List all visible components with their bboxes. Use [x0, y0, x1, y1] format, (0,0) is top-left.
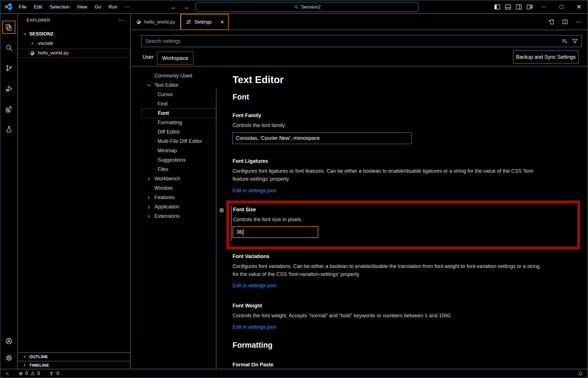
notifications-bell-icon[interactable]	[578, 371, 583, 376]
radio-tower-icon[interactable]	[49, 371, 54, 376]
command-center-search[interactable]: Session2	[196, 2, 419, 12]
toc-diff-editor[interactable]: Diff Editor	[141, 127, 216, 137]
explorer-sidebar: EXPLORER ⋯ SESSION2 .vscode hello_world.…	[17, 14, 131, 369]
font-ligatures-edit-settings-link[interactable]: Edit in settings.json	[233, 188, 277, 194]
toc-multi-file-diff-editor[interactable]: Multi-File Diff Editor	[141, 137, 216, 146]
toc-application[interactable]: Application	[141, 202, 216, 212]
error-count[interactable]: 0	[25, 371, 28, 376]
scope-tab-workspace[interactable]: Workspace	[157, 52, 193, 65]
maximize-button[interactable]	[553, 0, 570, 14]
toggle-secondary-sidebar-icon[interactable]	[513, 0, 524, 14]
activity-source-control-icon[interactable]	[2, 62, 15, 75]
toc-files[interactable]: Files	[141, 165, 216, 174]
toc-commonly-used[interactable]: Commonly Used	[141, 71, 216, 81]
explorer-more-actions-icon[interactable]: ⋯	[118, 17, 124, 24]
toc-suggestions[interactable]: Suggestions	[141, 155, 216, 165]
menu-file[interactable]: File	[15, 0, 30, 14]
editor-more-actions-icon[interactable]: ⋯	[575, 18, 582, 26]
accounts-icon[interactable]	[2, 334, 15, 347]
explorer-title: EXPLORER	[27, 18, 50, 22]
font-weight-edit-settings-link[interactable]: Edit in settings.json	[233, 324, 277, 330]
close-button[interactable]: ×	[570, 0, 588, 14]
chevron-right-icon	[147, 196, 151, 200]
setting-gear-icon[interactable]	[219, 207, 225, 213]
font-family-input[interactable]	[232, 132, 412, 144]
font-size-description: Controls the font size in pixels.	[233, 217, 302, 223]
warning-icon[interactable]: ⚠	[30, 371, 35, 377]
chevron-down-icon	[23, 32, 27, 36]
chevron-right-icon	[30, 41, 34, 45]
menu-more[interactable]: ⋯	[121, 0, 133, 14]
status-left: ⊗ 0 ⚠ 0 0	[0, 371, 59, 377]
scope-tab-user[interactable]: User	[143, 54, 154, 60]
warning-count[interactable]: 0	[37, 371, 40, 376]
file-label: hello_world.py	[38, 50, 69, 56]
ports-count[interactable]: 0	[57, 371, 59, 376]
titlebar-controls: ×	[492, 0, 588, 14]
toc-extensions[interactable]: Extensions	[141, 212, 216, 221]
page-title: Text Editor	[233, 74, 284, 85]
toc-cursor[interactable]: Cursor	[141, 90, 216, 99]
timeline-section[interactable]: TIMELINE	[18, 361, 130, 369]
tab-close-icon[interactable]: ×	[220, 19, 224, 25]
toc-minimap[interactable]: Minimap	[141, 146, 216, 155]
toc-formatting[interactable]: Formatting	[141, 118, 216, 127]
chevron-right-icon	[23, 363, 26, 367]
error-icon[interactable]: ⊗	[19, 371, 23, 377]
activity-extensions-icon[interactable]	[2, 102, 15, 115]
minimize-icon	[542, 7, 546, 7]
chevron-right-icon	[147, 177, 151, 181]
font-size-input[interactable]: 36	[233, 226, 318, 238]
editor-actions: ⋯	[548, 14, 588, 30]
menu-go[interactable]: Go	[91, 0, 105, 14]
toc-text-editor[interactable]: Text Editor	[141, 81, 216, 90]
settings-search-input[interactable]	[141, 35, 562, 47]
section-heading-font: Font	[233, 93, 249, 102]
toc-font[interactable]: Font	[141, 109, 216, 118]
font-variations-edit-settings-link[interactable]: Edit in settings.json	[233, 283, 277, 289]
activity-run-debug-icon[interactable]	[2, 82, 15, 95]
menu-run[interactable]: Run	[105, 0, 121, 14]
menu-edit[interactable]: Edit	[30, 0, 46, 14]
tab-settings[interactable]: Settings ×	[181, 14, 229, 30]
section-heading-formatting: Formatting	[233, 341, 273, 350]
toc-find[interactable]: Find	[141, 99, 216, 109]
remote-indicator-icon[interactable]	[5, 371, 10, 376]
title-bar: File Edit Selection View Go Run ⋯ ← → Se…	[0, 0, 588, 14]
customize-layout-icon[interactable]	[524, 0, 535, 14]
font-size-value: 36	[237, 229, 242, 235]
nav-forward-icon[interactable]: →	[183, 0, 189, 14]
activity-search-icon[interactable]	[2, 41, 15, 54]
filter-settings-icon[interactable]	[572, 38, 578, 44]
text-cursor	[243, 229, 243, 235]
toc-features[interactable]: Features	[141, 193, 216, 202]
clear-settings-search-icon[interactable]	[562, 38, 568, 44]
toc-window[interactable]: Window	[141, 183, 216, 193]
toggle-primary-sidebar-icon[interactable]	[492, 0, 503, 14]
activity-testing-icon[interactable]	[2, 123, 15, 136]
nav-back-icon[interactable]: ←	[171, 0, 177, 14]
open-changes-icon[interactable]	[548, 18, 555, 25]
font-ligatures-description: Configures font ligatures or font featur…	[233, 168, 534, 174]
settings-toc: Commonly Used Text Editor Cursor Find Fo…	[141, 71, 216, 221]
menu-view[interactable]: View	[73, 0, 91, 14]
outline-section[interactable]: OUTLINE	[18, 352, 130, 361]
split-editor-icon[interactable]	[562, 18, 568, 25]
manage-gear-icon[interactable]	[2, 351, 15, 364]
maximize-icon	[560, 5, 563, 9]
outline-label: OUTLINE	[29, 354, 48, 359]
toc-sash[interactable]	[216, 88, 216, 369]
toc-workbench[interactable]: Workbench	[141, 174, 216, 183]
activity-explorer-icon[interactable]	[2, 21, 15, 34]
vscode-logo-icon	[4, 3, 12, 10]
backup-sync-settings-button[interactable]: Backup and Sync Settings	[513, 50, 579, 64]
toggle-panel-icon[interactable]	[503, 0, 513, 14]
vscode-window: File Edit Selection View Go Run ⋯ ← → Se…	[0, 0, 588, 378]
menu-selection[interactable]: Selection	[46, 0, 73, 14]
minimize-button[interactable]	[535, 0, 553, 14]
tree-item-hello-world-py[interactable]: hello_world.py	[18, 48, 130, 58]
tree-item-vscode-folder[interactable]: .vscode	[18, 39, 130, 48]
settings-editor: User Workspace Backup and Sync Settings …	[131, 30, 588, 369]
tab-hello-world-py[interactable]: hello_world.py	[131, 14, 181, 30]
tree-item-session2[interactable]: SESSION2	[18, 30, 130, 38]
